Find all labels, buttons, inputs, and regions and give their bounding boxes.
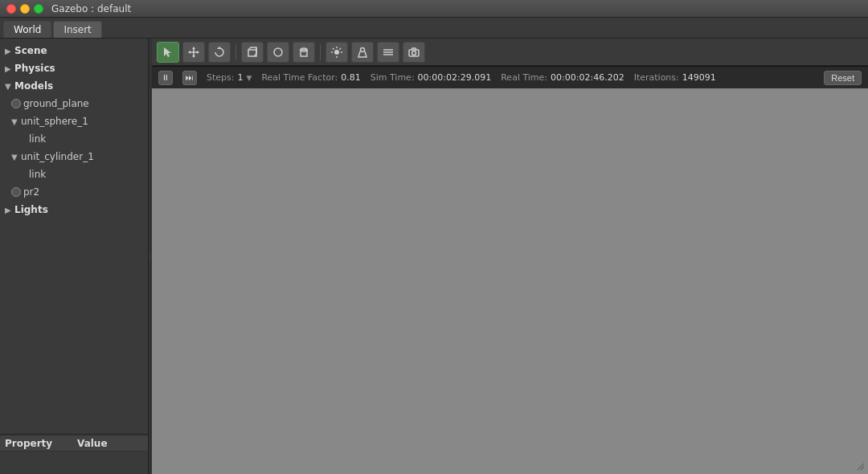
main-layout: World Insert ▶ Scene ▶ Physics ▼ Models	[0, 18, 868, 474]
tool-camera[interactable]	[403, 42, 425, 63]
step-icon: ⏭	[186, 73, 194, 82]
model-icon	[11, 99, 21, 108]
ground-plane-label: ground_plane	[23, 96, 89, 111]
iterations-item: Iterations: 149091	[634, 72, 716, 83]
viewport: 💬 Robot404 ⏸ ⏭ Steps: 1 ▼	[152, 39, 868, 474]
iterations-value: 149091	[682, 72, 716, 83]
svg-line-17	[333, 48, 334, 50]
arrow-icon: ▶	[5, 63, 13, 75]
svg-point-12	[334, 50, 339, 55]
tabs-row: World Insert	[0, 18, 868, 39]
physics-label: Physics	[14, 61, 55, 76]
tool-select[interactable]	[157, 42, 179, 63]
tool-sphere[interactable]	[267, 42, 289, 63]
rotate-icon	[213, 46, 226, 59]
window-title: Gazebo : default	[51, 3, 131, 14]
sim-time-label: Sim Time:	[371, 72, 415, 83]
rtf-label: Real Time Factor:	[261, 72, 338, 83]
statusbar: ⏸ ⏭ Steps: 1 ▼ Real Time Factor: 0.81 Si…	[152, 66, 868, 88]
spot-light-icon	[356, 46, 369, 59]
content-area: ▶ Scene ▶ Physics ▼ Models ground_plane	[0, 39, 868, 474]
arrow-icon: ▶	[5, 45, 13, 57]
pause-icon: ⏸	[162, 73, 170, 82]
tool-cylinder[interactable]	[293, 42, 315, 63]
svg-marker-6	[217, 47, 222, 49]
sidebar-item-lights[interactable]: ▶ Lights	[0, 201, 148, 219]
scene-tree: ▶ Scene ▶ Physics ▼ Models ground_plane	[0, 39, 148, 434]
svg-marker-5	[197, 51, 199, 54]
sidebar-item-models[interactable]: ▼ Models	[0, 77, 148, 95]
pause-button[interactable]: ⏸	[158, 71, 173, 85]
scene-label: Scene	[14, 43, 47, 58]
maximize-button[interactable]	[34, 4, 43, 14]
lights-label: Lights	[14, 202, 48, 217]
toolbar	[152, 39, 868, 66]
sim-time-item: Sim Time: 00:00:02:29.091	[371, 72, 492, 83]
real-time-item: Real Time: 00:00:02:46.202	[501, 72, 624, 83]
sidebar-item-pr2[interactable]: pr2	[0, 183, 148, 201]
reset-button[interactable]: Reset	[824, 71, 862, 85]
real-time-value: 00:00:02:46.202	[551, 72, 624, 83]
minimize-button[interactable]	[20, 4, 30, 14]
step-forward-button[interactable]: ⏭	[182, 71, 197, 85]
tool-rotate[interactable]	[208, 42, 231, 63]
svg-marker-2	[192, 47, 195, 49]
rtf-value: 0.81	[341, 72, 361, 83]
svg-point-24	[412, 51, 416, 55]
point-light-icon	[330, 46, 343, 59]
tool-translate[interactable]	[182, 42, 205, 63]
real-time-label: Real Time:	[501, 72, 547, 83]
arrow-icon: ▼	[11, 116, 19, 128]
svg-line-18	[340, 48, 342, 50]
separator-1	[235, 44, 236, 60]
property-panel: Property Value	[0, 434, 148, 474]
tool-point-light[interactable]	[326, 42, 348, 63]
sidebar-item-unit-sphere[interactable]: ▼ unit_sphere_1	[0, 112, 148, 130]
resize-handle[interactable]	[857, 463, 866, 472]
sidebar-item-sphere-link[interactable]: link	[0, 130, 148, 148]
arrow-icon: ▶	[5, 204, 13, 216]
steps-arrow: ▼	[246, 74, 252, 82]
tool-box[interactable]	[241, 42, 264, 63]
arrow-icon: ▼	[5, 80, 13, 92]
sidebar-item-physics[interactable]: ▶ Physics	[0, 59, 148, 77]
sidebar-item-unit-cylinder[interactable]: ▼ unit_cylinder_1	[0, 148, 148, 165]
property-header: Property Value	[0, 436, 148, 452]
steps-value: 1	[237, 72, 243, 83]
sphere-icon	[272, 46, 285, 59]
select-icon	[162, 46, 174, 59]
svg-marker-3	[192, 55, 195, 58]
unit-sphere-label: unit_sphere_1	[21, 114, 88, 129]
model-icon	[11, 187, 21, 197]
arrow-icon: ▼	[11, 151, 19, 163]
titlebar: Gazebo : default	[0, 0, 868, 18]
translate-icon	[187, 46, 200, 59]
resize-icon	[857, 463, 865, 471]
sidebar-item-cylinder-link[interactable]: link	[0, 165, 148, 183]
models-label: Models	[14, 79, 53, 93]
cylinder-link-label: link	[29, 167, 46, 182]
steps-label: Steps:	[207, 72, 234, 83]
iterations-label: Iterations:	[634, 72, 679, 83]
tool-dir-light[interactable]	[377, 42, 399, 63]
svg-point-19	[361, 47, 365, 51]
svg-marker-4	[188, 51, 190, 54]
dir-light-icon	[382, 46, 395, 59]
pr2-label: pr2	[23, 185, 39, 199]
unit-cylinder-label: unit_cylinder_1	[21, 149, 94, 164]
sidebar: ▶ Scene ▶ Physics ▼ Models ground_plane	[0, 39, 149, 474]
tab-world[interactable]: World	[3, 21, 51, 38]
camera-icon	[407, 46, 420, 59]
sim-time-value: 00:00:02:29.091	[418, 72, 492, 83]
cylinder-icon	[297, 46, 310, 59]
close-button[interactable]	[6, 4, 16, 14]
property-col-header: Property	[5, 438, 77, 449]
sidebar-item-scene[interactable]: ▶ Scene	[0, 42, 148, 59]
sidebar-item-ground-plane[interactable]: ground_plane	[0, 95, 148, 112]
box-icon	[246, 46, 259, 59]
traffic-lights	[6, 4, 43, 14]
separator-2	[320, 44, 321, 60]
tab-insert[interactable]: Insert	[53, 21, 101, 38]
tool-spot-light[interactable]	[351, 42, 374, 63]
steps-item: Steps: 1 ▼	[207, 72, 252, 83]
